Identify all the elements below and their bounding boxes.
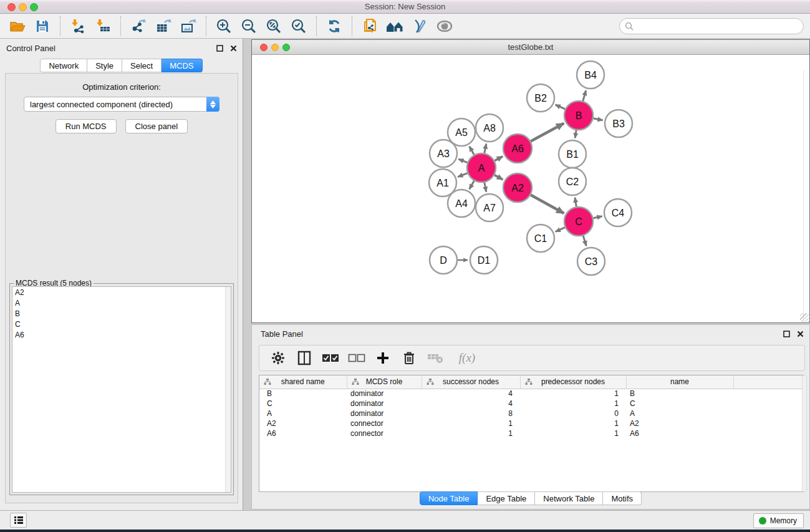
export-image-button[interactable]	[176, 16, 201, 36]
export-network-button[interactable]	[126, 16, 151, 36]
export-table-button[interactable]	[151, 16, 176, 36]
tab-network[interactable]: Network	[40, 59, 87, 72]
network-graph[interactable]: B4B2BB3A8A5A6A3B1AC2A1A2A4A7C4CC1C3DD1	[252, 55, 809, 322]
table-row[interactable]: Adominator80A	[259, 409, 802, 418]
table-cell[interactable]: B	[259, 389, 347, 399]
graph-node-B[interactable]: B	[564, 101, 593, 130]
graph-node-C[interactable]: C	[564, 207, 593, 236]
show-hide-style-button[interactable]	[407, 16, 432, 36]
destroy-table-button[interactable]	[427, 349, 444, 367]
graph-node-D1[interactable]: D1	[470, 246, 498, 274]
graph-node-A4[interactable]: A4	[448, 190, 475, 217]
table-cell[interactable]: A2	[259, 418, 347, 428]
tab-node-table[interactable]: Node Table	[420, 491, 478, 505]
save-session-button[interactable]	[30, 16, 55, 36]
table-settings-button[interactable]	[269, 349, 287, 367]
graph-edge-B-B4[interactable]	[583, 90, 586, 101]
run-mcds-button[interactable]: Run MCDS	[55, 119, 117, 133]
graph-node-D[interactable]: D	[430, 246, 457, 274]
graph-node-A8[interactable]: A8	[476, 114, 503, 142]
graph-edge-A-A4[interactable]	[470, 181, 475, 189]
search-input[interactable]	[636, 20, 803, 32]
graph-node-B4[interactable]: B4	[577, 61, 604, 89]
zoom-in-button[interactable]	[211, 16, 236, 36]
select-all-button[interactable]	[322, 349, 339, 367]
column-header[interactable]: shared name	[259, 375, 347, 389]
table-cell[interactable]: 8	[422, 409, 520, 418]
tab-motifs[interactable]: Motifs	[603, 491, 642, 505]
function-builder-button[interactable]: f(x)	[453, 349, 481, 367]
graph-edge-B-B3[interactable]	[594, 118, 603, 120]
column-header[interactable]: predecessor nodes	[520, 375, 626, 389]
first-neighbors-button[interactable]	[382, 16, 407, 36]
table-cell[interactable]: connector	[347, 418, 422, 428]
table-cell[interactable]: A	[626, 409, 733, 418]
graph-node-A3[interactable]: A3	[430, 140, 457, 167]
table-cell[interactable]: 1	[520, 428, 626, 438]
graph-edge-B-B2[interactable]	[556, 105, 566, 109]
new-network-from-selection-button[interactable]	[357, 16, 382, 36]
table-cell[interactable]: dominator	[347, 399, 422, 409]
column-header[interactable]: MCDS role	[347, 375, 422, 389]
delete-column-button[interactable]	[400, 349, 418, 367]
graph-node-A6[interactable]: A6	[503, 134, 532, 163]
graph-edge-A-A2[interactable]	[494, 175, 503, 180]
import-network-button[interactable]	[65, 16, 90, 36]
memory-button[interactable]: Memory	[753, 513, 804, 528]
node-table[interactable]: shared nameMCDS rolesuccessor nodesprede…	[259, 375, 805, 492]
table-cell[interactable]: 1	[520, 418, 626, 428]
table-cell[interactable]: C	[626, 399, 733, 409]
table-cell[interactable]: 1	[422, 428, 520, 438]
network-window-titlebar[interactable]: testGlobe.txt	[252, 40, 809, 55]
table-cell[interactable]: A2	[626, 418, 733, 428]
tab-edge-table[interactable]: Edge Table	[478, 491, 535, 505]
graph-edge-A6-B[interactable]	[531, 123, 564, 142]
show-hide-view-button[interactable]	[432, 16, 457, 36]
tab-select[interactable]: Select	[122, 59, 162, 72]
deselect-all-button[interactable]	[348, 349, 365, 367]
table-cell[interactable]: A6	[259, 428, 347, 438]
close-panel-button[interactable]	[229, 44, 238, 52]
result-item[interactable]: C	[12, 319, 231, 329]
table-float-button[interactable]	[782, 329, 791, 338]
zoom-selected-button[interactable]	[286, 16, 311, 36]
close-panel-action-button[interactable]: Close panel	[125, 119, 188, 133]
table-row[interactable]: Bdominator41B	[259, 389, 802, 399]
graph-edge-A-A7[interactable]	[485, 183, 486, 192]
table-cell[interactable]: connector	[347, 428, 422, 438]
table-row[interactable]: Cdominator41C	[259, 399, 802, 409]
graph-node-B3[interactable]: B3	[605, 110, 632, 137]
import-table-button[interactable]	[90, 16, 115, 36]
column-header[interactable]: name	[626, 375, 733, 389]
tab-mcds[interactable]: MCDS	[162, 59, 202, 72]
show-column-panel-button[interactable]	[296, 349, 313, 367]
table-cell[interactable]: 1	[520, 399, 626, 409]
tab-style[interactable]: Style	[87, 59, 122, 72]
graph-edge-B-B1[interactable]	[575, 130, 576, 138]
table-cell[interactable]: B	[626, 389, 733, 399]
table-cell[interactable]: dominator	[347, 389, 422, 399]
table-cell[interactable]: 4	[422, 399, 520, 409]
tab-network-table[interactable]: Network Table	[535, 491, 603, 505]
graph-edge-A-A5[interactable]	[470, 147, 475, 155]
table-cell[interactable]: 1	[422, 418, 520, 428]
result-item[interactable]: B	[12, 308, 231, 319]
zoom-fit-button[interactable]	[261, 16, 286, 36]
graph-node-C4[interactable]: C4	[604, 199, 632, 226]
graph-edge-A-A3[interactable]	[458, 159, 467, 162]
column-header[interactable]: successor nodes	[422, 375, 520, 389]
graph-node-C1[interactable]: C1	[527, 225, 554, 252]
graph-node-C2[interactable]: C2	[559, 168, 586, 195]
table-row[interactable]: A2connector11A2	[259, 418, 802, 428]
table-cell[interactable]: 4	[422, 389, 520, 399]
table-cell[interactable]: A	[259, 409, 347, 418]
open-file-button[interactable]	[5, 16, 30, 36]
graph-edge-A-A6[interactable]	[494, 157, 503, 161]
network-canvas[interactable]: B4B2BB3A8A5A6A3B1AC2A1A2A4A7C4CC1C3DD1	[252, 55, 809, 322]
graph-node-B1[interactable]: B1	[559, 140, 586, 168]
graph-edge-C-C1[interactable]	[556, 228, 565, 232]
graph-edge-C-C2[interactable]	[575, 198, 576, 207]
graph-edge-C-C3[interactable]	[583, 236, 586, 246]
graph-edge-A-A8[interactable]	[485, 143, 486, 153]
table-cell[interactable]: C	[259, 399, 347, 409]
